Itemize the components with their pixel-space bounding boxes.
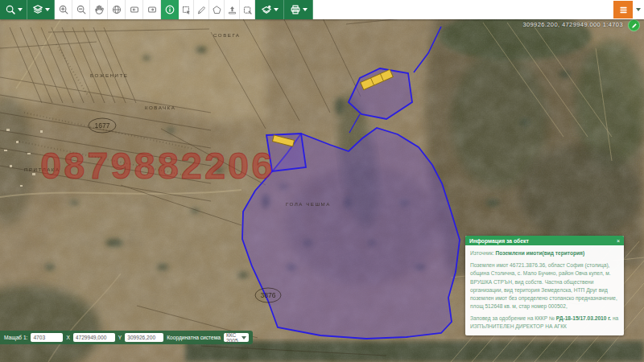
info-panel-header: Информация за обект ×: [465, 236, 624, 245]
zoom-out-icon: [76, 4, 87, 15]
pan-hand-icon: [93, 4, 105, 15]
y-label: Y: [118, 335, 122, 340]
parcel-label: 3876: [261, 291, 276, 299]
chevron-down-icon: [303, 8, 308, 11]
select-rect-icon: [242, 5, 253, 15]
upload-icon: [227, 5, 237, 15]
toolbar-spacer: [313, 0, 613, 19]
basemap-dropdown-button[interactable]: [633, 0, 644, 19]
crs-select[interactable]: ККС 2005: [224, 333, 249, 342]
y-coordinate-input[interactable]: [125, 333, 163, 342]
order-number: РД-18-15/17.03.2010 г.: [556, 315, 611, 321]
search-icon: [5, 4, 16, 15]
crs-label: Координатна система: [167, 335, 221, 340]
next-extent-button[interactable]: [143, 0, 161, 19]
upload-button[interactable]: [225, 0, 240, 19]
info-source-label: Източник:: [470, 250, 494, 256]
measure-button[interactable]: [194, 0, 209, 19]
x-label: X: [66, 335, 69, 340]
chevron-down-icon: [274, 8, 279, 11]
close-icon[interactable]: ×: [617, 238, 620, 244]
full-extent-button[interactable]: [108, 0, 126, 19]
kais-map-application: 1677 3876 3989 СОВЕГА БОЖЕНИТЕ КОВАЧКА П…: [0, 0, 644, 362]
previous-extent-icon: [129, 4, 140, 15]
approval-authority: ИЗПЪЛНИТЕЛЕН ДИРЕКТОР НА АГКК: [470, 323, 619, 331]
select-area-icon: [181, 5, 192, 15]
map-label: ГОЛА ЧЕШМА: [286, 201, 331, 207]
scale-input[interactable]: [31, 333, 63, 342]
map-label: БОЖЕНИТЕ: [90, 72, 128, 78]
identify-layers-button[interactable]: [255, 0, 284, 19]
globe-icon: [111, 4, 122, 15]
layers-icon: [32, 4, 43, 15]
identify-layers-icon: [261, 4, 272, 15]
map-label: СОВЕГА: [213, 32, 240, 38]
order-prefix: Заповед за одобрение на КККР №: [470, 315, 556, 321]
parcel-description: Поземлен имот 46721.3876.36, област Софи…: [470, 261, 619, 311]
select-rect-button[interactable]: [240, 0, 255, 19]
approval-order-line: Заповед за одобрение на КККР № РД-18-15/…: [470, 315, 619, 323]
info-icon: [164, 4, 175, 15]
print-icon: [290, 4, 301, 15]
edit-pencil-icon: [631, 23, 638, 29]
parcel-label: 1677: [95, 121, 110, 130]
main-toolbar: [0, 0, 644, 19]
chevron-down-icon: [636, 8, 641, 11]
map-label: КОВАЧКА: [145, 105, 175, 110]
map-label: ПРИТЛАКА: [24, 167, 60, 172]
print-button[interactable]: [284, 0, 313, 19]
chevron-down-icon: [18, 8, 23, 11]
basemap-icon: [618, 5, 629, 15]
info-tool-button[interactable]: [161, 0, 179, 19]
x-coordinate-input[interactable]: [73, 333, 115, 342]
edit-feedback-button[interactable]: [628, 19, 640, 31]
info-panel-title: Информация за обект: [469, 238, 529, 244]
coordinates-status-bar: Мащаб 1: X Y Координатна система ККС 200…: [0, 331, 253, 344]
draw-polygon-button[interactable]: [209, 0, 225, 19]
chevron-down-icon: [242, 336, 246, 339]
scale-label: Мащаб 1:: [4, 335, 27, 340]
info-source-value: Поземлени имоти(вид територия): [496, 250, 585, 256]
search-button[interactable]: [0, 0, 27, 19]
polygon-icon: [212, 5, 222, 15]
layers-button[interactable]: [27, 0, 55, 19]
previous-extent-button[interactable]: [126, 0, 143, 19]
chevron-down-icon: [45, 8, 50, 11]
info-panel-body: Източник: Поземлени имоти(вид територия)…: [465, 245, 624, 335]
pan-button[interactable]: [90, 0, 108, 19]
measure-icon: [196, 5, 207, 15]
next-extent-icon: [147, 4, 158, 15]
zoom-out-button[interactable]: [72, 0, 90, 19]
order-suffix: на: [611, 315, 618, 321]
coordinates-readout: 309926.200, 4729949.000 1:4703: [522, 21, 623, 28]
zoom-in-button[interactable]: [55, 0, 72, 19]
basemap-button[interactable]: [613, 1, 633, 19]
zoom-in-icon: [58, 4, 69, 15]
select-area-button[interactable]: [179, 0, 194, 19]
crs-selected-value: ККС 2005: [226, 332, 242, 343]
object-info-panel: Информация за обект × Източник: Поземлен…: [465, 236, 624, 335]
